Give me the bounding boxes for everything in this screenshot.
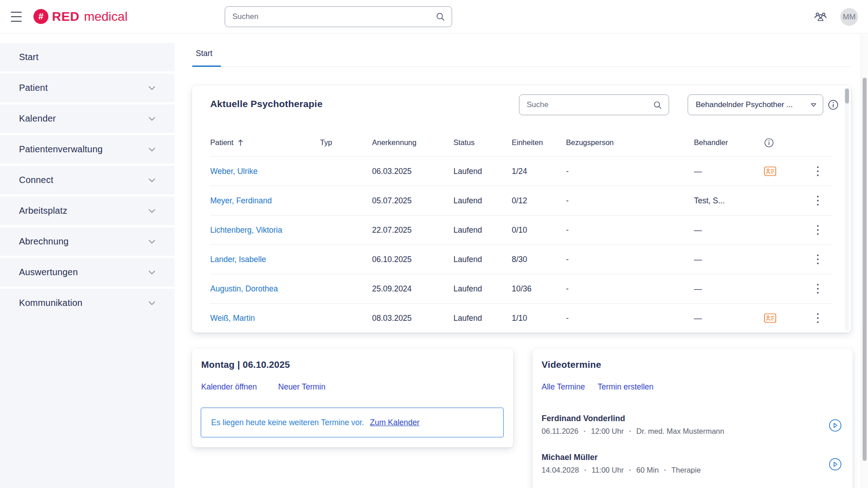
cell-status: Laufend: [453, 314, 512, 323]
sidebar-item-label: Arbeitsplatz: [19, 206, 67, 216]
cell-behandler: —: [694, 255, 764, 264]
row-menu-button[interactable]: [802, 253, 833, 265]
table-row: Weber, Ulrike 06.03.2025 Laufend 1/24 - …: [210, 157, 833, 186]
cell-status: Laufend: [453, 196, 512, 206]
chevron-down-icon: [148, 86, 156, 90]
cell-bezugsperson: -: [566, 196, 694, 206]
sidebar-item-start[interactable]: Start: [0, 43, 175, 71]
sidebar-item-patient[interactable]: Patient: [0, 74, 175, 102]
video-card-links: Alle Termine Termin erstellen: [542, 382, 654, 392]
notice-text: Es liegen heute keine weiteren Termine v…: [211, 418, 364, 427]
cell-bezugsperson: -: [566, 167, 694, 176]
video-appointment-meta: 06.11.2026•12:00 Uhr•Dr. med. Max Muster…: [542, 426, 815, 436]
info-icon[interactable]: [764, 138, 774, 148]
cell-einheiten: 0/12: [512, 196, 566, 206]
sidebar-item-connect[interactable]: Connect: [0, 166, 175, 194]
cell-anerkennung: 06.03.2025: [372, 167, 453, 176]
new-appointment-link[interactable]: Neuer Termin: [278, 382, 326, 392]
sidebar-item-auswertungen[interactable]: Auswertungen: [0, 258, 175, 286]
therapy-search: [519, 94, 669, 115]
users-group-icon[interactable]: [813, 11, 828, 25]
cell-bezugsperson: -: [566, 314, 694, 323]
tab-start[interactable]: Start: [196, 49, 212, 58]
cell-behandler: Test, S...: [694, 196, 764, 206]
cell-einheiten: 1/24: [512, 167, 566, 176]
column-header-behandler[interactable]: Behandler: [694, 138, 764, 147]
cell-bezugsperson: -: [566, 225, 694, 235]
patient-link[interactable]: Augustin, Dorothea: [210, 284, 278, 293]
table-row: Augustin, Dorothea 25.09.2024 Laufend 10…: [210, 274, 833, 304]
cell-behandler: —: [694, 284, 764, 294]
therapy-card: Aktuelle Psychotherapie Behandelnder Psy…: [192, 86, 851, 333]
create-appointment-link[interactable]: Termin erstellen: [598, 382, 654, 392]
start-video-call-icon[interactable]: [829, 419, 842, 434]
table-row: Weiß, Martin 08.03.2025 Laufend 1/10 - —: [210, 304, 833, 333]
card-scrollbar-track: [845, 88, 849, 331]
behandler-filter-value: Behandelnder Psychother ...: [696, 100, 811, 109]
chevron-down-icon: [148, 209, 156, 213]
sidebar-item-label: Auswertungen: [19, 267, 78, 277]
sidebar-item-kalender[interactable]: Kalender: [0, 104, 175, 133]
column-header-anerkennung[interactable]: Anerkennung: [372, 138, 453, 147]
logo-hash-icon: #: [33, 9, 48, 24]
tab-active-underline: [192, 66, 221, 67]
behandler-filter-dropdown[interactable]: Behandelnder Psychother ...: [688, 94, 823, 115]
sidebar-item-arbeitsplatz[interactable]: Arbeitsplatz: [0, 197, 175, 225]
to-calendar-link[interactable]: Zum Kalender: [370, 418, 420, 427]
patient-link[interactable]: Meyer, Ferdinand: [210, 196, 272, 205]
page-scrollbar-track: [861, 34, 868, 488]
meta-separator-dot: •: [584, 426, 585, 436]
sidebar-item-label: Kalender: [19, 113, 56, 124]
cell-anerkennung: 08.03.2025: [372, 314, 453, 323]
therapy-search-input[interactable]: [527, 100, 653, 109]
patient-link[interactable]: Lichtenberg, Viktoria: [210, 225, 282, 235]
cell-einheiten: 1/10: [512, 314, 566, 323]
cell-einheiten: 10/36: [512, 284, 566, 294]
sidebar-item-label: Start: [19, 52, 38, 62]
video-appointments-card: Videotermine Alle Termine Termin erstell…: [533, 349, 853, 488]
search-icon: [435, 12, 445, 22]
row-menu-button[interactable]: [802, 312, 833, 324]
chevron-down-icon: [148, 178, 156, 183]
row-menu-button[interactable]: [802, 165, 833, 177]
sidebar-item-abrechnung[interactable]: Abrechnung: [0, 227, 175, 256]
cell-status: Laufend: [453, 225, 512, 235]
dropdown-triangle-icon: [811, 103, 816, 107]
column-header-typ[interactable]: Typ: [320, 138, 372, 147]
card-scrollbar-thumb[interactable]: [845, 89, 849, 103]
column-header-info: [764, 138, 802, 148]
sidebar-item-label: Connect: [19, 175, 53, 185]
sidebar-nav: Start Patient Kalender Patientenverwaltu…: [0, 43, 175, 319]
column-header-patient[interactable]: Patient: [210, 138, 320, 147]
patient-link[interactable]: Lander, Isabelle: [210, 255, 266, 264]
video-appointment-meta: 14.04.2028•11:00 Uhr•60 Min•Therapie: [542, 465, 815, 475]
column-header-einheiten[interactable]: Einheiten: [512, 138, 566, 147]
info-icon[interactable]: [828, 99, 839, 112]
therapy-table-header: Patient Typ Anerkennung Status Einheiten…: [210, 129, 833, 157]
today-card-links: Kalender öffnen Neuer Termin: [201, 382, 326, 392]
user-avatar[interactable]: MM: [840, 8, 858, 26]
global-search-input[interactable]: [232, 12, 435, 21]
page-scrollbar-thumb[interactable]: [863, 78, 867, 461]
hamburger-menu-icon[interactable]: [11, 12, 23, 22]
meta-separator-dot: •: [585, 465, 586, 475]
today-card: Montag | 06.10.2025 Kalender öffnen Neue…: [192, 349, 513, 447]
today-card-title: Montag | 06.10.2025: [201, 359, 290, 370]
therapy-table: Patient Typ Anerkennung Status Einheiten…: [210, 129, 833, 333]
column-header-bezugsperson[interactable]: Bezugsperson: [566, 138, 694, 147]
column-header-status[interactable]: Status: [453, 138, 512, 147]
row-menu-button[interactable]: [802, 283, 833, 295]
sidebar-item-patientenverwaltung[interactable]: Patientenverwaltung: [0, 135, 175, 164]
table-row: Lichtenberg, Viktoria 22.07.2025 Laufend…: [210, 216, 833, 245]
row-menu-button[interactable]: [802, 195, 833, 206]
cell-behandler: —: [694, 167, 764, 176]
patient-link[interactable]: Weiß, Martin: [210, 314, 255, 323]
start-video-call-icon[interactable]: [829, 458, 842, 473]
row-menu-button[interactable]: [802, 224, 833, 236]
therapy-table-body: Weber, Ulrike 06.03.2025 Laufend 1/24 - …: [210, 157, 833, 333]
id-card-icon: [764, 313, 776, 323]
patient-link[interactable]: Weber, Ulrike: [210, 167, 258, 176]
chevron-down-icon: [148, 270, 156, 275]
all-appointments-link[interactable]: Alle Termine: [542, 382, 585, 392]
open-calendar-link[interactable]: Kalender öffnen: [201, 382, 257, 392]
